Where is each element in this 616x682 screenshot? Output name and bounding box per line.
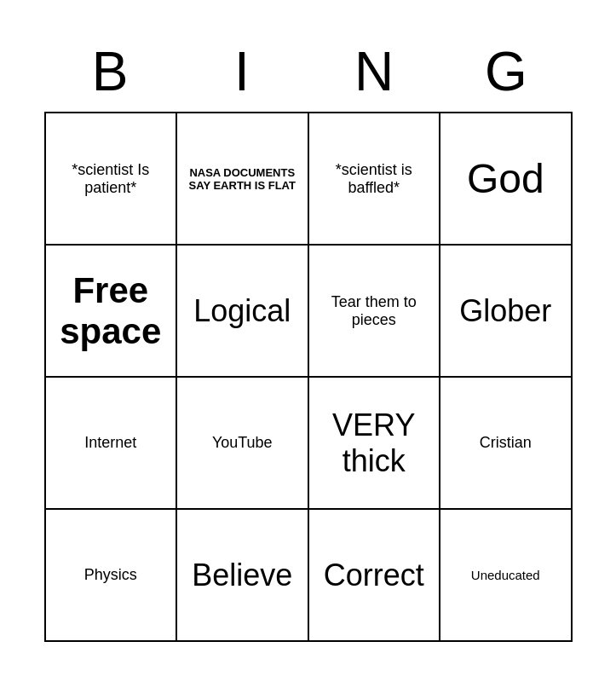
- cell-1-3: Glober: [440, 246, 573, 378]
- cell-3-0: Physics: [46, 510, 178, 642]
- letter-n: N: [310, 40, 438, 103]
- cell-0-0: *scientist Is patient*: [46, 113, 178, 246]
- cell-0-2: *scientist is baffled*: [309, 113, 441, 246]
- cell-0-1: NASA DOCUMENTS SAY EARTH IS FLAT: [177, 113, 309, 246]
- cell-3-3: Uneducated: [440, 510, 573, 642]
- cell-1-1: Logical: [177, 246, 309, 378]
- cell-3-2: Correct: [309, 510, 441, 642]
- cell-2-1: YouTube: [177, 378, 309, 510]
- cell-2-3: Cristian: [440, 378, 573, 510]
- cell-3-1: Believe: [177, 510, 309, 642]
- letter-b: B: [46, 40, 174, 103]
- letter-i: I: [178, 40, 306, 103]
- letter-g: G: [442, 40, 570, 103]
- cell-2-0: Internet: [46, 378, 178, 510]
- cell-2-2: VERY thick: [309, 378, 441, 510]
- cell-1-2: Tear them to pieces: [309, 246, 441, 378]
- bingo-header: B I N G: [44, 32, 573, 112]
- bingo-card: B I N G *scientist Is patient* NASA DOCU…: [27, 23, 590, 659]
- bingo-grid: *scientist Is patient* NASA DOCUMENTS SA…: [44, 112, 573, 642]
- cell-0-3: God: [440, 113, 573, 246]
- cell-1-0: Free space: [46, 246, 178, 378]
